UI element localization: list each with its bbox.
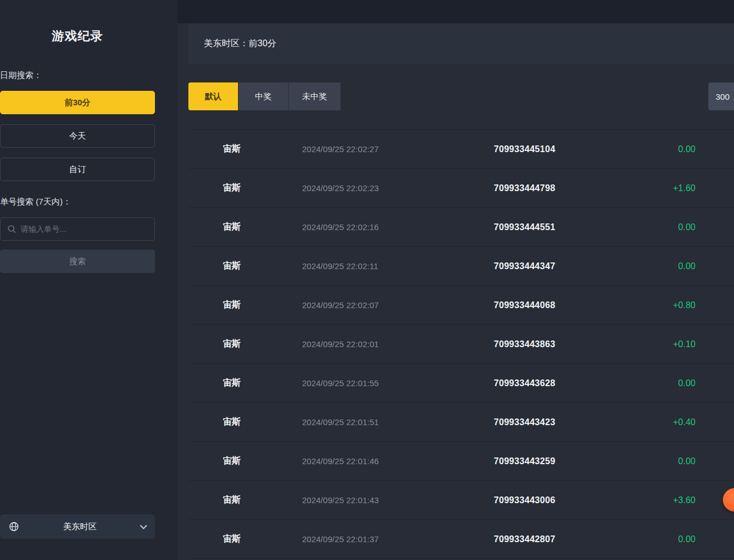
amount-value: +1.60 [662,183,696,193]
game-name: 宙斯 [223,377,302,389]
order-search-label: 单号搜索 (7天内)： [0,197,155,207]
globe-icon [9,522,19,532]
game-name: 宙斯 [223,143,302,155]
order-number: 709933445104 [494,144,662,154]
game-name: 宙斯 [223,455,302,467]
game-name: 宙斯 [223,299,302,311]
record-time: 2024/09/25 22:01:37 [302,534,494,544]
amount-value: +3.60 [662,495,696,505]
game-name: 宙斯 [223,182,302,194]
tab-default[interactable]: 默认 [188,82,239,110]
game-name: 宙斯 [223,494,302,506]
amount-value: 0.00 [662,534,696,544]
amount-value: 0.00 [662,378,696,388]
sidebar: 游戏纪录 日期搜索： 前30分 今天 自订 单号搜索 (7天内)： 搜索 美东时… [0,0,177,560]
table-row[interactable]: 宙斯 2024/09/25 22:01:51 709933443423 +0.4… [188,403,734,442]
order-number: 709933444798 [494,183,662,193]
table-row[interactable]: 宙斯 2024/09/25 22:02:27 709933445104 0.00… [188,130,734,169]
order-number: 709933444347 [494,261,662,271]
record-time: 2024/09/25 22:01:46 [302,456,494,466]
record-time: 2024/09/25 22:02:01 [302,339,494,349]
records-table: 宙斯 2024/09/25 22:02:27 709933445104 0.00… [188,129,734,559]
table-row[interactable]: 宙斯 2024/09/25 22:01:37 709933442807 0.00… [188,520,734,559]
record-time: 2024/09/25 22:02:16 [302,222,494,232]
game-name: 宙斯 [223,416,302,428]
top-strip [177,0,734,23]
order-number: 709933443423 [494,417,662,427]
chevron-down-icon [140,522,147,529]
game-name: 宙斯 [223,338,302,350]
main-content: 美东时区：前30分 默认 中奖 未中奖 300 宙斯 2024/09/25 22… [177,0,734,560]
amount-value: 0.00 [662,222,696,232]
table-row[interactable]: 宙斯 2024/09/25 22:02:01 709933443863 +0.1… [188,325,734,364]
order-number: 709933443006 [494,495,662,505]
result-tabs: 默认 中奖 未中奖 300 [188,82,734,110]
search-button[interactable]: 搜索 [0,250,155,273]
order-search-box [0,217,155,241]
timezone-label: 美东时区 [19,522,141,532]
date-search-label: 日期搜索： [0,70,155,81]
order-number: 709933443259 [494,456,662,466]
record-time: 2024/09/25 22:02:11 [302,261,494,271]
table-row[interactable]: 宙斯 2024/09/25 22:02:07 709933444068 +0.8… [188,286,734,325]
order-search-input[interactable] [21,225,148,233]
tab-no-win[interactable]: 未中奖 [289,82,341,110]
record-time: 2024/09/25 22:02:07 [302,300,494,310]
table-row[interactable]: 宙斯 2024/09/25 22:01:43 709933443006 +3.6… [188,481,734,520]
filter-summary-bar: 美东时区：前30分 [188,23,734,64]
record-time: 2024/09/25 22:02:27 [302,144,494,154]
amount-value: +0.80 [662,300,696,310]
record-time: 2024/09/25 22:01:51 [302,417,494,427]
page-title: 游戏纪录 [0,0,155,70]
date-button-custom[interactable]: 自订 [0,158,155,181]
record-time: 2024/09/25 22:02:23 [302,183,494,193]
search-icon [7,225,16,233]
record-time: 2024/09/25 22:01:43 [302,495,494,505]
date-button-today[interactable]: 今天 [0,124,155,148]
order-number: 709933444068 [494,300,662,310]
table-row[interactable]: 宙斯 2024/09/25 22:02:23 709933444798 +1.6… [188,169,734,208]
order-number: 709933442807 [494,534,662,544]
amount-value: +0.10 [662,339,696,349]
amount-value: 0.00 [662,261,696,271]
record-time: 2024/09/25 22:01:55 [302,378,494,388]
order-number: 709933443628 [494,378,662,388]
game-name: 宙斯 [223,221,302,233]
table-row[interactable]: 宙斯 2024/09/25 22:01:46 709933443259 0.00… [188,442,734,481]
tab-win[interactable]: 中奖 [239,82,289,110]
page-size-button[interactable]: 300 [708,82,734,110]
amount-value: 0.00 [662,456,696,466]
filter-summary-text: 美东时区：前30分 [204,38,276,50]
amount-value: 0.00 [662,144,696,154]
order-number: 709933443863 [494,339,662,349]
date-button-last30min[interactable]: 前30分 [0,91,155,114]
table-row[interactable]: 宙斯 2024/09/25 22:01:55 709933443628 0.00… [188,364,734,403]
table-row[interactable]: 宙斯 2024/09/25 22:02:11 709933444347 0.00… [188,247,734,286]
table-row[interactable]: 宙斯 2024/09/25 22:02:16 709933444551 0.00… [188,208,734,247]
order-number: 709933444551 [494,222,662,232]
game-name: 宙斯 [223,260,302,272]
game-name: 宙斯 [223,533,302,545]
amount-value: +0.40 [662,417,696,427]
timezone-selector[interactable]: 美东时区 [0,514,155,539]
